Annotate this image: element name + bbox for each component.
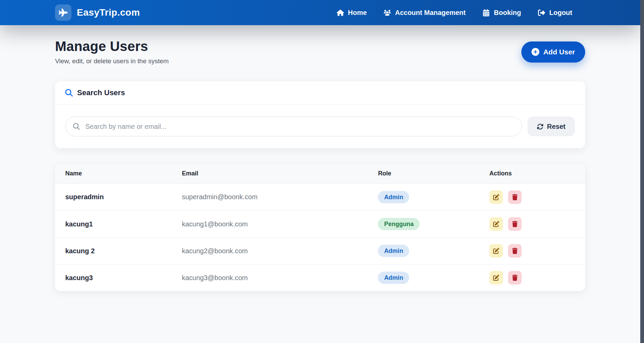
page-subtitle: View, edit, or delete users in the syste… — [55, 57, 169, 65]
users-icon — [384, 9, 391, 16]
edit-user-button[interactable] — [489, 217, 503, 231]
edit-user-button[interactable] — [489, 271, 503, 285]
reset-label: Reset — [547, 123, 565, 131]
plus-circle-icon — [532, 48, 539, 56]
user-email: kacung3@boonk.com — [172, 274, 368, 282]
nav-label-home: Home — [348, 9, 367, 17]
page-header: Manage Users View, edit, or delete users… — [55, 39, 585, 65]
search-card: Search Users Reset — [55, 81, 585, 148]
nav-item-account-management[interactable]: Account Management — [384, 9, 466, 17]
nav-label-account-management: Account Management — [395, 9, 466, 17]
nav-label-booking: Booking — [494, 9, 521, 17]
trash-icon — [512, 248, 518, 254]
nav-item-logout[interactable]: Logout — [538, 9, 572, 17]
plane-icon — [55, 4, 71, 21]
delete-user-button[interactable] — [508, 244, 522, 258]
table-row: kacung1 kacung1@boonk.com Pengguna — [55, 210, 585, 237]
trash-icon — [512, 194, 518, 200]
user-name: kacung3 — [55, 274, 172, 282]
user-name: kacung1 — [55, 220, 172, 228]
brand-name: EasyTrip.com — [77, 7, 140, 18]
navbar: EasyTrip.com Home Account Management Boo… — [0, 0, 640, 25]
column-header-role: Role — [368, 170, 479, 177]
add-user-label: Add User — [543, 48, 575, 56]
edit-user-button[interactable] — [489, 190, 503, 204]
delete-user-button[interactable] — [508, 190, 522, 204]
table-header-row: Name Email Role Actions — [55, 164, 585, 184]
role-badge: Admin — [378, 245, 409, 257]
user-name: kacung 2 — [55, 247, 172, 255]
brand[interactable]: EasyTrip.com — [55, 4, 140, 21]
user-email: superadmin@boonk.com — [172, 193, 368, 201]
trash-icon — [512, 221, 518, 227]
user-email: kacung1@boonk.com — [172, 220, 368, 228]
refresh-icon — [537, 123, 543, 130]
nav-item-booking[interactable]: Booking — [483, 9, 521, 17]
edit-icon — [493, 248, 499, 254]
table-row: kacung 2 kacung2@boonk.com Admin — [55, 237, 585, 264]
edit-icon — [493, 275, 499, 281]
delete-user-button[interactable] — [508, 217, 522, 231]
column-header-actions: Actions — [479, 170, 585, 177]
table-row: superadmin superadmin@boonk.com Admin — [55, 184, 585, 210]
table-row: kacung3 kacung3@boonk.com Admin — [55, 264, 585, 291]
delete-user-button[interactable] — [508, 271, 522, 285]
window-scrollbar[interactable] — [640, 0, 644, 343]
role-badge: Admin — [378, 272, 409, 284]
nav-menu: Home Account Management Booking Logout — [337, 9, 585, 17]
search-icon — [65, 89, 73, 97]
nav-label-logout: Logout — [549, 9, 572, 17]
role-badge: Pengguna — [378, 218, 420, 230]
home-icon — [337, 9, 344, 16]
user-email: kacung2@boonk.com — [172, 247, 368, 255]
page-title: Manage Users — [55, 39, 169, 54]
column-header-email: Email — [172, 170, 368, 177]
search-input-icon — [73, 123, 80, 130]
add-user-button[interactable]: Add User — [521, 41, 585, 63]
table-body: superadmin superadmin@boonk.com Admin ka… — [55, 184, 585, 291]
role-badge: Admin — [378, 191, 409, 203]
trash-icon — [512, 275, 518, 281]
edit-icon — [493, 194, 499, 200]
search-card-title: Search Users — [77, 88, 125, 97]
column-header-name: Name — [55, 170, 172, 177]
user-name: superadmin — [55, 193, 172, 201]
users-table: Name Email Role Actions superadmin super… — [55, 164, 585, 291]
edit-icon — [493, 221, 499, 227]
search-input[interactable] — [65, 117, 522, 136]
reset-button[interactable]: Reset — [527, 117, 575, 136]
calendar-icon — [483, 9, 490, 16]
logout-icon — [538, 9, 545, 16]
nav-item-home[interactable]: Home — [337, 9, 367, 17]
edit-user-button[interactable] — [489, 244, 503, 258]
